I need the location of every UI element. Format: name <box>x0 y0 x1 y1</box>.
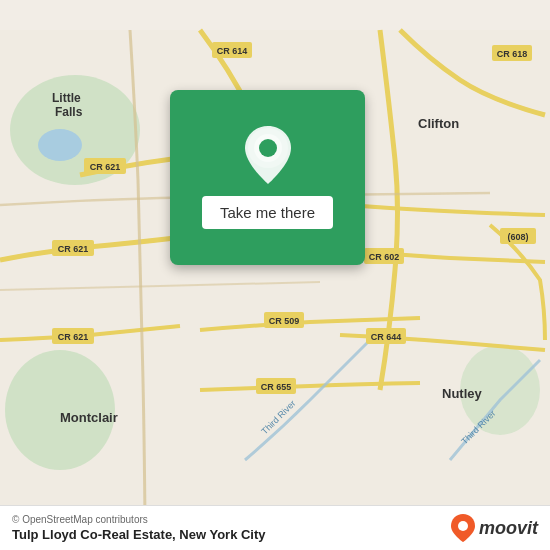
location-pin-icon <box>244 126 292 184</box>
svg-text:CR 618: CR 618 <box>497 49 528 59</box>
bottom-bar: © OpenStreetMap contributors Tulp Lloyd … <box>0 505 550 550</box>
svg-text:Little: Little <box>52 91 81 105</box>
svg-text:Falls: Falls <box>55 105 83 119</box>
svg-text:(608): (608) <box>507 232 528 242</box>
svg-point-38 <box>458 521 468 531</box>
svg-point-4 <box>38 129 82 161</box>
moovit-brand-text: moovit <box>479 518 538 539</box>
location-title: Tulp Lloyd Co-Real Estate, New York City <box>12 527 266 542</box>
take-me-there-button[interactable]: Take me there <box>202 196 333 229</box>
svg-text:CR 602: CR 602 <box>369 252 400 262</box>
svg-text:CR 509: CR 509 <box>269 316 300 326</box>
svg-text:Clifton: Clifton <box>418 116 459 131</box>
map-container: Little Falls Clifton Montclair Nutley CR… <box>0 0 550 550</box>
moovit-logo: moovit <box>451 514 538 542</box>
svg-text:CR 621: CR 621 <box>58 244 89 254</box>
svg-text:Montclair: Montclair <box>60 410 118 425</box>
svg-text:CR 621: CR 621 <box>90 162 121 172</box>
location-card: Take me there <box>170 90 365 265</box>
svg-point-37 <box>259 139 277 157</box>
svg-text:CR 621: CR 621 <box>58 332 89 342</box>
svg-text:Nutley: Nutley <box>442 386 483 401</box>
bottom-left-info: © OpenStreetMap contributors Tulp Lloyd … <box>12 514 266 542</box>
osm-credit: © OpenStreetMap contributors <box>12 514 266 525</box>
moovit-pin-icon <box>451 514 475 542</box>
svg-text:CR 614: CR 614 <box>217 46 248 56</box>
map-svg: Little Falls Clifton Montclair Nutley CR… <box>0 0 550 550</box>
svg-text:CR 655: CR 655 <box>261 382 292 392</box>
svg-text:CR 644: CR 644 <box>371 332 402 342</box>
